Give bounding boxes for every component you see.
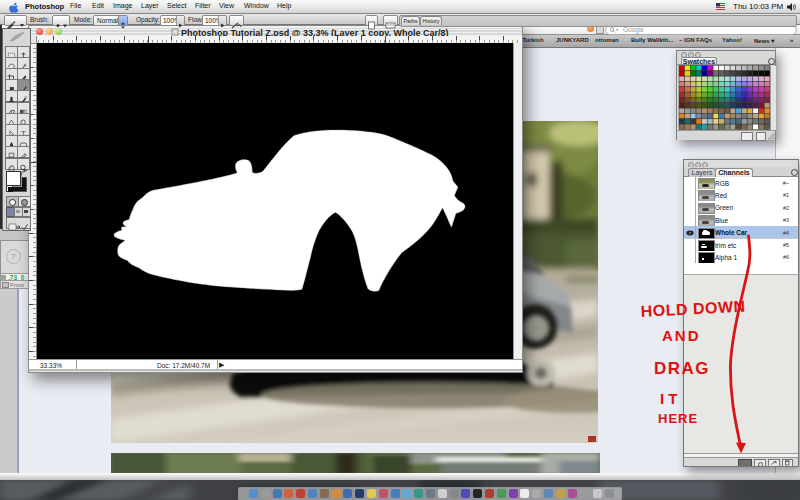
svg-text:HOLD DOWN: HOLD DOWN xyxy=(640,298,746,320)
svg-text:IT: IT xyxy=(660,390,681,407)
svg-text:HERE: HERE xyxy=(658,411,698,426)
svg-text:AND: AND xyxy=(662,327,701,344)
svg-text:DRAG: DRAG xyxy=(654,359,710,378)
